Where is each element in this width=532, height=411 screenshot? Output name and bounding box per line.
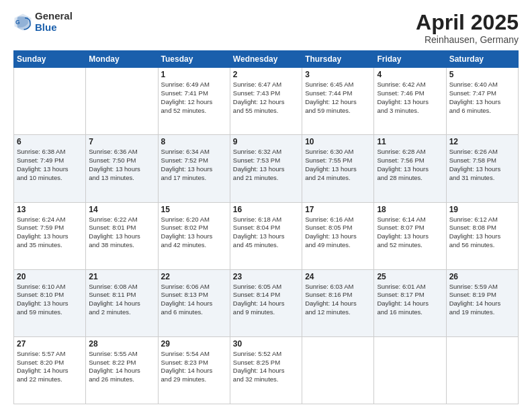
day-info: Sunrise: 5:55 AM Sunset: 8:22 PM Dayligh… — [89, 350, 154, 384]
week-row-2: 6Sunrise: 6:38 AM Sunset: 7:49 PM Daylig… — [14, 135, 519, 202]
day-info: Sunrise: 6:01 AM Sunset: 8:17 PM Dayligh… — [377, 283, 443, 317]
day-info: Sunrise: 6:28 AM Sunset: 7:56 PM Dayligh… — [377, 148, 443, 182]
day-cell: 16Sunrise: 6:18 AM Sunset: 8:04 PM Dayli… — [230, 202, 302, 269]
day-info: Sunrise: 6:14 AM Sunset: 8:07 PM Dayligh… — [377, 216, 443, 250]
day-cell: 7Sunrise: 6:36 AM Sunset: 7:50 PM Daylig… — [86, 135, 158, 202]
day-info: Sunrise: 6:32 AM Sunset: 7:53 PM Dayligh… — [233, 148, 299, 182]
day-cell: 25Sunrise: 6:01 AM Sunset: 8:17 PM Dayli… — [374, 269, 446, 336]
general-blue-icon: G — [13, 13, 32, 32]
day-number: 26 — [449, 272, 515, 281]
week-row-4: 20Sunrise: 6:10 AM Sunset: 8:10 PM Dayli… — [14, 269, 519, 336]
day-cell: 17Sunrise: 6:16 AM Sunset: 8:05 PM Dayli… — [302, 202, 374, 269]
day-number: 15 — [161, 205, 227, 214]
day-info: Sunrise: 6:03 AM Sunset: 8:16 PM Dayligh… — [305, 283, 371, 317]
day-number: 10 — [305, 137, 371, 146]
day-info: Sunrise: 6:45 AM Sunset: 7:44 PM Dayligh… — [305, 81, 371, 115]
col-header-friday: Friday — [374, 51, 446, 68]
calendar-table: SundayMondayTuesdayWednesdayThursdayFrid… — [13, 50, 519, 404]
day-number: 3 — [305, 70, 371, 79]
day-info: Sunrise: 6:36 AM Sunset: 7:50 PM Dayligh… — [89, 148, 154, 182]
day-cell: 2Sunrise: 6:47 AM Sunset: 7:43 PM Daylig… — [230, 68, 302, 135]
day-number: 8 — [161, 137, 227, 146]
day-number: 13 — [17, 205, 83, 214]
day-cell: 24Sunrise: 6:03 AM Sunset: 8:16 PM Dayli… — [302, 269, 374, 336]
day-number: 27 — [17, 339, 83, 349]
day-cell — [446, 336, 518, 404]
day-cell: 22Sunrise: 6:06 AM Sunset: 8:13 PM Dayli… — [158, 269, 230, 336]
day-cell: 10Sunrise: 6:30 AM Sunset: 7:55 PM Dayli… — [302, 135, 374, 202]
day-number: 30 — [233, 339, 299, 349]
day-number: 24 — [305, 272, 371, 281]
day-info: Sunrise: 6:06 AM Sunset: 8:13 PM Dayligh… — [161, 283, 227, 317]
day-info: Sunrise: 6:47 AM Sunset: 7:43 PM Dayligh… — [233, 81, 299, 115]
col-header-sunday: Sunday — [14, 51, 86, 68]
day-cell: 26Sunrise: 5:59 AM Sunset: 8:19 PM Dayli… — [446, 269, 518, 336]
day-info: Sunrise: 5:54 AM Sunset: 8:23 PM Dayligh… — [161, 350, 227, 384]
day-number: 12 — [449, 137, 515, 146]
logo-blue: Blue — [35, 22, 73, 34]
col-header-thursday: Thursday — [302, 51, 374, 68]
day-cell: 4Sunrise: 6:42 AM Sunset: 7:46 PM Daylig… — [374, 68, 446, 135]
day-number: 28 — [89, 339, 154, 349]
day-info: Sunrise: 6:34 AM Sunset: 7:52 PM Dayligh… — [161, 148, 227, 182]
day-number: 19 — [449, 205, 515, 214]
day-info: Sunrise: 6:38 AM Sunset: 7:49 PM Dayligh… — [17, 148, 83, 182]
day-number: 20 — [17, 272, 83, 281]
logo-general: General — [35, 11, 73, 22]
day-cell: 1Sunrise: 6:49 AM Sunset: 7:41 PM Daylig… — [158, 68, 230, 135]
day-info: Sunrise: 6:20 AM Sunset: 8:02 PM Dayligh… — [161, 216, 227, 250]
day-number: 17 — [305, 205, 371, 214]
week-row-3: 13Sunrise: 6:24 AM Sunset: 7:59 PM Dayli… — [14, 202, 519, 269]
header: G General Blue April 2025 Reinhausen, Ge… — [13, 11, 519, 45]
day-info: Sunrise: 5:59 AM Sunset: 8:19 PM Dayligh… — [449, 283, 515, 317]
day-cell: 30Sunrise: 5:52 AM Sunset: 8:25 PM Dayli… — [230, 336, 302, 404]
day-info: Sunrise: 6:24 AM Sunset: 7:59 PM Dayligh… — [17, 216, 83, 250]
day-cell: 13Sunrise: 6:24 AM Sunset: 7:59 PM Dayli… — [14, 202, 86, 269]
col-header-monday: Monday — [86, 51, 158, 68]
day-info: Sunrise: 6:42 AM Sunset: 7:46 PM Dayligh… — [377, 81, 443, 115]
day-number: 1 — [161, 70, 227, 79]
day-cell: 27Sunrise: 5:57 AM Sunset: 8:20 PM Dayli… — [14, 336, 86, 404]
day-cell: 28Sunrise: 5:55 AM Sunset: 8:22 PM Dayli… — [86, 336, 158, 404]
day-cell: 21Sunrise: 6:08 AM Sunset: 8:11 PM Dayli… — [86, 269, 158, 336]
day-cell: 19Sunrise: 6:12 AM Sunset: 8:08 PM Dayli… — [446, 202, 518, 269]
day-number: 9 — [233, 137, 299, 146]
col-header-tuesday: Tuesday — [158, 51, 230, 68]
day-info: Sunrise: 6:05 AM Sunset: 8:14 PM Dayligh… — [233, 283, 299, 317]
col-header-wednesday: Wednesday — [230, 51, 302, 68]
day-number: 16 — [233, 205, 299, 214]
day-cell: 23Sunrise: 6:05 AM Sunset: 8:14 PM Dayli… — [230, 269, 302, 336]
day-cell: 15Sunrise: 6:20 AM Sunset: 8:02 PM Dayli… — [158, 202, 230, 269]
day-number: 18 — [377, 205, 443, 214]
col-header-saturday: Saturday — [446, 51, 518, 68]
day-cell: 8Sunrise: 6:34 AM Sunset: 7:52 PM Daylig… — [158, 135, 230, 202]
day-cell — [374, 336, 446, 404]
logo-text: General Blue — [35, 11, 73, 33]
day-info: Sunrise: 6:10 AM Sunset: 8:10 PM Dayligh… — [17, 283, 83, 317]
day-cell — [86, 68, 158, 135]
day-info: Sunrise: 6:26 AM Sunset: 7:58 PM Dayligh… — [449, 148, 515, 182]
day-cell: 11Sunrise: 6:28 AM Sunset: 7:56 PM Dayli… — [374, 135, 446, 202]
day-info: Sunrise: 6:49 AM Sunset: 7:41 PM Dayligh… — [161, 81, 227, 115]
day-cell: 18Sunrise: 6:14 AM Sunset: 8:07 PM Dayli… — [374, 202, 446, 269]
logo: G General Blue — [13, 11, 73, 33]
day-info: Sunrise: 6:12 AM Sunset: 8:08 PM Dayligh… — [449, 216, 515, 250]
day-cell: 9Sunrise: 6:32 AM Sunset: 7:53 PM Daylig… — [230, 135, 302, 202]
day-number: 23 — [233, 272, 299, 281]
day-cell: 12Sunrise: 6:26 AM Sunset: 7:58 PM Dayli… — [446, 135, 518, 202]
day-cell — [302, 336, 374, 404]
day-number: 11 — [377, 137, 443, 146]
day-number: 4 — [377, 70, 443, 79]
subtitle: Reinhausen, Germany — [416, 34, 519, 45]
main-title: April 2025 — [416, 11, 519, 34]
page: G General Blue April 2025 Reinhausen, Ge… — [0, 0, 532, 411]
day-info: Sunrise: 6:30 AM Sunset: 7:55 PM Dayligh… — [305, 148, 371, 182]
day-number: 22 — [161, 272, 227, 281]
day-number: 6 — [17, 137, 83, 146]
day-info: Sunrise: 5:57 AM Sunset: 8:20 PM Dayligh… — [17, 350, 83, 384]
day-cell: 5Sunrise: 6:40 AM Sunset: 7:47 PM Daylig… — [446, 68, 518, 135]
day-number: 25 — [377, 272, 443, 281]
day-info: Sunrise: 6:16 AM Sunset: 8:05 PM Dayligh… — [305, 216, 371, 250]
day-number: 2 — [233, 70, 299, 79]
day-number: 21 — [89, 272, 154, 281]
